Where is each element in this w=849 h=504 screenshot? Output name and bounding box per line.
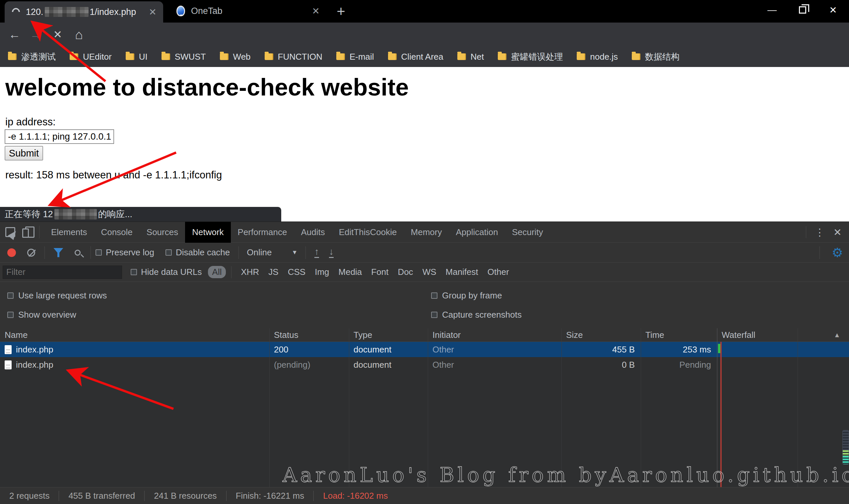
waterfall-bar-request-1[interactable] (718, 344, 720, 353)
home-button[interactable]: ⌂ (69, 22, 89, 47)
document-icon (5, 345, 12, 354)
show-overview-checkbox[interactable] (7, 312, 14, 318)
bookmark-folder[interactable]: E-mail (336, 52, 374, 62)
filter-js[interactable]: JS (268, 267, 278, 277)
forward-button[interactable]: → (26, 22, 46, 47)
browser-titlebar: 120. 1/index.php ✕ OneTab ✕ + — ✕ (0, 0, 849, 22)
devtools-tab-elements[interactable]: Elements (44, 222, 94, 243)
group-by-frame-checkbox[interactable] (431, 292, 437, 299)
clear-requests-icon[interactable] (27, 249, 35, 257)
filter-all-pill[interactable]: All (208, 266, 226, 278)
filter-css[interactable]: CSS (288, 267, 305, 277)
devtools-tab-memory[interactable]: Memory (404, 222, 449, 243)
back-button[interactable]: ← (5, 22, 24, 47)
window-restore-button[interactable] (787, 0, 818, 20)
column-header-name[interactable]: Name (0, 328, 269, 342)
column-header-status[interactable]: Status (269, 328, 349, 342)
browser-tab-active[interactable]: 120. 1/index.php ✕ (5, 1, 163, 22)
transferred-size: 455 B transferred (59, 491, 144, 501)
request-name: index.php (16, 360, 53, 370)
filter-input[interactable] (3, 266, 122, 279)
import-har-icon[interactable]: ↑ (314, 247, 319, 258)
inspect-element-icon[interactable] (5, 227, 15, 237)
network-settings-gear-icon[interactable]: ⚙ (832, 245, 843, 260)
export-har-icon[interactable]: ↓ (329, 247, 333, 258)
filter-doc[interactable]: Doc (398, 267, 413, 277)
divider (39, 226, 39, 238)
submit-button[interactable]: Submit (5, 146, 43, 161)
search-icon[interactable] (75, 250, 80, 256)
bookmark-folder[interactable]: 蜜罐错误处理 (498, 51, 563, 63)
status-bubble-prefix: 正在等待 12 (5, 208, 53, 220)
devtools-menu-button[interactable]: ⋮ (815, 227, 825, 238)
requests-count: 2 requests (0, 491, 59, 501)
filter-img[interactable]: Img (315, 267, 329, 277)
filter-manifest[interactable]: Manifest (446, 267, 478, 277)
column-header-size[interactable]: Size (561, 328, 641, 342)
column-header-initiator[interactable]: Initiator (428, 328, 561, 342)
disable-cache-label: Disable cache (176, 247, 230, 258)
devtools-tab-security[interactable]: Security (505, 222, 550, 243)
network-filter-bar: Hide data URLs All XHR JS CSS Img Media … (0, 263, 849, 282)
column-divider[interactable] (269, 328, 270, 487)
browser-toolbar: ← → ✕ ⌂ ⚠ 不安全 120. 1/index.php ☆ 1 V C: … (0, 22, 849, 47)
waterfall-scrollbar[interactable] (842, 430, 849, 465)
window-close-button[interactable]: ✕ (818, 0, 848, 20)
devtools-tab-network[interactable]: Network (185, 222, 231, 243)
filter-xhr[interactable]: XHR (241, 267, 259, 277)
throttling-dropdown[interactable]: Online (247, 247, 272, 258)
browser-tab-onetab[interactable]: OneTab ✕ (165, 0, 325, 22)
bookmark-folder[interactable]: FUNCTION (265, 52, 322, 62)
bookmark-folder[interactable]: Web (220, 52, 251, 62)
devtools-close-button[interactable]: ✕ (833, 227, 842, 238)
bookmark-folder[interactable]: 渗透测试 (8, 51, 56, 63)
request-row-index-php-1[interactable]: index.php 200 document Other 455 B 253 m… (0, 342, 849, 357)
filter-ws[interactable]: WS (422, 267, 436, 277)
bookmark-folder[interactable]: node.js (577, 52, 618, 62)
preserve-log-checkbox[interactable] (95, 249, 102, 256)
bookmark-folder[interactable]: UEditor (70, 52, 112, 62)
ip-address-label: ip address: (5, 116, 56, 128)
bookmark-folder[interactable]: SWUST (162, 52, 206, 62)
devtools-tab-editthiscookie[interactable]: EditThisCookie (332, 222, 404, 243)
bookmark-label: UEditor (83, 52, 112, 62)
request-size: 0 B (561, 357, 641, 372)
tab-close-icon[interactable]: ✕ (312, 6, 320, 17)
disable-cache-checkbox[interactable] (165, 249, 172, 256)
filter-media[interactable]: Media (339, 267, 362, 277)
filter-funnel-icon[interactable] (53, 248, 64, 257)
column-header-type[interactable]: Type (349, 328, 428, 342)
devtools-tab-audits[interactable]: Audits (294, 222, 332, 243)
record-button[interactable] (7, 248, 16, 257)
use-large-request-rows-checkbox[interactable] (7, 292, 14, 299)
filter-other[interactable]: Other (488, 267, 509, 277)
stop-loading-button[interactable]: ✕ (48, 22, 68, 47)
chevron-down-icon[interactable]: ▼ (291, 249, 297, 256)
devtools-tab-application[interactable]: Application (449, 222, 505, 243)
tab-close-icon[interactable]: ✕ (149, 7, 157, 18)
devtools-tab-performance[interactable]: Performance (231, 222, 294, 243)
requests-table-header: Name Status Type Initiator Size Time Wat… (0, 328, 849, 342)
column-header-time[interactable]: Time (641, 328, 717, 342)
ip-address-input[interactable] (5, 129, 114, 144)
window-minimize-button[interactable]: — (757, 0, 787, 20)
bookmark-label: SWUST (175, 52, 206, 62)
devtools-tab-sources[interactable]: Sources (140, 222, 185, 243)
tab-title: 120. 1/index.php (26, 7, 136, 17)
request-row-index-php-2[interactable]: index.php (pending) document Other 0 B P… (0, 357, 849, 372)
device-toolbar-icon[interactable] (25, 227, 35, 238)
folder-icon (336, 53, 345, 60)
bookmark-folder[interactable]: Net (457, 52, 484, 62)
devtools-tab-console[interactable]: Console (94, 222, 139, 243)
sort-ascending-icon[interactable]: ▲ (829, 328, 849, 342)
folder-icon (126, 53, 134, 60)
bookmark-folder[interactable]: UI (126, 52, 148, 62)
folder-icon (70, 53, 78, 60)
capture-screenshots-checkbox[interactable] (431, 312, 437, 318)
new-tab-button[interactable]: + (332, 3, 349, 20)
column-header-waterfall[interactable]: Waterfall (717, 328, 816, 342)
bookmark-folder[interactable]: Client Area (388, 52, 444, 62)
filter-font[interactable]: Font (371, 267, 389, 277)
hide-data-urls-checkbox[interactable] (131, 269, 137, 275)
bookmark-folder[interactable]: 数据结构 (632, 51, 680, 63)
